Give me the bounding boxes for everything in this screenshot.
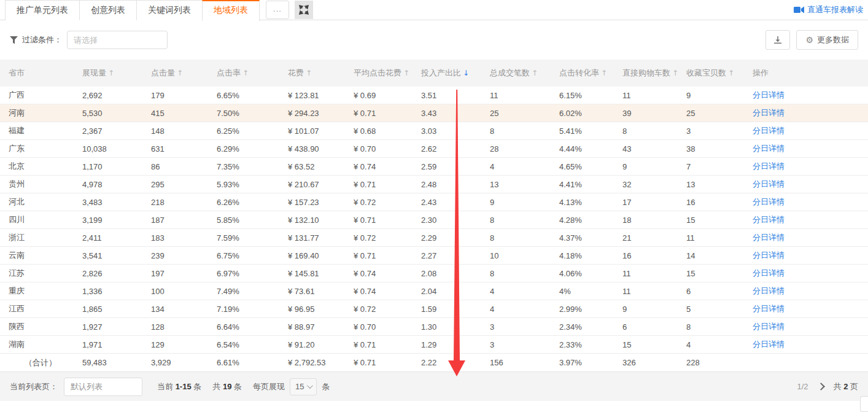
value-cell: 2.99%	[559, 305, 622, 314]
download-button[interactable]	[765, 30, 790, 50]
value-cell: 38	[686, 144, 753, 154]
page-size-value: 15	[295, 382, 304, 391]
value-cell: 4.37%	[559, 233, 622, 243]
more-tabs-button[interactable]: ...	[266, 1, 289, 19]
table-row: 重庆1,3361007.49%¥ 73.61¥ 0.742.0444%116分日…	[0, 282, 868, 300]
column-header[interactable]: 点击率↑	[217, 68, 288, 79]
value-cell: 239	[151, 251, 217, 260]
column-header[interactable]: 收藏宝贝数↑	[686, 68, 753, 79]
next-page-button[interactable]	[817, 383, 825, 391]
daily-detail-link[interactable]: 分日详情	[753, 144, 785, 153]
value-cell: 7.59%	[217, 233, 288, 243]
daily-detail-link[interactable]: 分日详情	[753, 215, 785, 224]
value-cell: ¥ 131.77	[288, 233, 354, 243]
value-cell: 10,038	[82, 144, 151, 154]
value-cell: 5.93%	[217, 180, 288, 189]
value-cell: ¥ 73.61	[288, 287, 354, 296]
sort-up-icon[interactable]: ↑	[532, 69, 538, 77]
tab-region-list[interactable]: 地域列表	[202, 0, 260, 21]
column-header[interactable]: 点击量↑	[151, 68, 217, 79]
daily-detail-link[interactable]: 分日详情	[753, 322, 785, 331]
sort-up-icon[interactable]: ↑	[242, 69, 249, 77]
table-row: 江苏2,8261976.97%¥ 145.81¥ 0.742.0884.06%1…	[0, 265, 868, 282]
more-data-label: 更多数据	[817, 34, 849, 45]
daily-detail-link[interactable]: 分日详情	[753, 179, 785, 189]
column-header[interactable]: 平均点击花费↑	[354, 68, 421, 79]
column-header[interactable]: 投入产出比↓	[421, 68, 490, 79]
value-cell: ¥ 438.90	[288, 144, 354, 154]
value-cell: 1,927	[82, 322, 151, 332]
value-cell: 17	[622, 198, 686, 207]
daily-detail-link[interactable]: 分日详情	[753, 286, 785, 295]
province-cell: 云南	[0, 250, 82, 261]
value-cell: ¥ 0.70	[354, 144, 421, 154]
daily-detail-link[interactable]: 分日详情	[753, 90, 785, 99]
province-cell: 四川	[0, 214, 82, 225]
value-cell: 13	[686, 180, 753, 189]
pagination-bar: 当前列表页： 默认列表 当前 1-15 条 共 19 条 每页展现 15 条 1…	[0, 371, 868, 401]
column-header[interactable]: 点击转化率↑	[559, 68, 622, 79]
daily-detail-link[interactable]: 分日详情	[753, 340, 785, 349]
action-cell: 分日详情	[753, 107, 868, 119]
more-data-button[interactable]: ⚙ 更多数据	[796, 30, 858, 50]
gear-icon: ⚙	[805, 35, 813, 45]
value-cell: 11	[622, 91, 686, 100]
tab-creative-list[interactable]: 创意列表	[79, 0, 137, 20]
list-page-select[interactable]: 默认列表	[64, 378, 142, 396]
sort-up-icon[interactable]: ↑	[177, 69, 183, 77]
daily-detail-link[interactable]: 分日详情	[753, 233, 785, 242]
daily-detail-link[interactable]: 分日详情	[753, 126, 785, 135]
sort-up-icon[interactable]: ↑	[728, 69, 734, 77]
value-cell: 11	[622, 269, 686, 278]
pager: 1/2 共 2 页	[797, 381, 858, 392]
toolbar-right: ⚙ 更多数据	[765, 30, 858, 50]
value-cell: 6.97%	[217, 269, 288, 278]
action-cell: 分日详情	[753, 250, 868, 261]
value-cell: 3	[686, 126, 753, 136]
daily-detail-link[interactable]: 分日详情	[753, 197, 785, 206]
value-cell: 4.28%	[559, 216, 622, 225]
sort-up-icon[interactable]: ↑	[672, 69, 678, 77]
column-header[interactable]: 直接购物车数↑	[622, 68, 686, 79]
value-cell: 4	[490, 305, 559, 314]
floating-widget-edge[interactable]	[860, 396, 868, 412]
value-cell: 100	[151, 287, 217, 296]
value-cell: ¥ 0.71	[354, 180, 421, 189]
filter-select-input[interactable]	[67, 31, 168, 49]
total-pages-text: 共 2 页	[834, 381, 858, 392]
daily-detail-link[interactable]: 分日详情	[753, 161, 785, 171]
sort-down-icon[interactable]: ↓	[463, 69, 469, 77]
value-cell: 2.04	[421, 287, 490, 296]
value-cell: 3,929	[151, 358, 217, 367]
column-header[interactable]: 花费↑	[288, 68, 354, 79]
report-interpretation-link[interactable]: 直通车报表解读	[794, 4, 863, 15]
value-cell: 2.59	[421, 162, 490, 171]
column-header[interactable]: 总成交笔数↑	[490, 68, 559, 79]
value-cell: 4,978	[82, 180, 151, 189]
sort-up-icon[interactable]: ↑	[108, 69, 114, 77]
value-cell: ¥ 63.52	[288, 162, 354, 171]
daily-detail-link[interactable]: 分日详情	[753, 108, 785, 117]
daily-detail-link[interactable]: 分日详情	[753, 251, 785, 260]
sort-up-icon[interactable]: ↑	[403, 69, 409, 77]
tab-keyword-list[interactable]: 关键词列表	[136, 0, 203, 20]
sort-up-icon[interactable]: ↑	[601, 69, 607, 77]
value-cell: ¥ 0.74	[354, 269, 421, 278]
daily-detail-link[interactable]: 分日详情	[753, 304, 785, 313]
value-cell: 4.18%	[559, 251, 622, 260]
value-cell: 14	[686, 251, 753, 260]
action-cell: 分日详情	[753, 339, 868, 350]
value-cell: ¥ 294.23	[288, 109, 354, 118]
value-cell: 128	[151, 322, 217, 332]
page-indicator: 1/2	[797, 382, 808, 391]
page-size-select[interactable]: 15	[290, 378, 317, 395]
daily-detail-link[interactable]: 分日详情	[753, 268, 785, 278]
sort-up-icon[interactable]: ↑	[306, 69, 312, 77]
value-cell: 197	[151, 269, 217, 278]
value-cell: 5,530	[82, 109, 151, 118]
action-cell: 分日详情	[753, 268, 868, 279]
value-cell: 148	[151, 126, 217, 136]
fullscreen-button[interactable]	[295, 1, 313, 19]
tab-promotion-unit-list[interactable]: 推广单元列表	[5, 0, 80, 20]
column-header[interactable]: 展现量↑	[82, 68, 151, 79]
